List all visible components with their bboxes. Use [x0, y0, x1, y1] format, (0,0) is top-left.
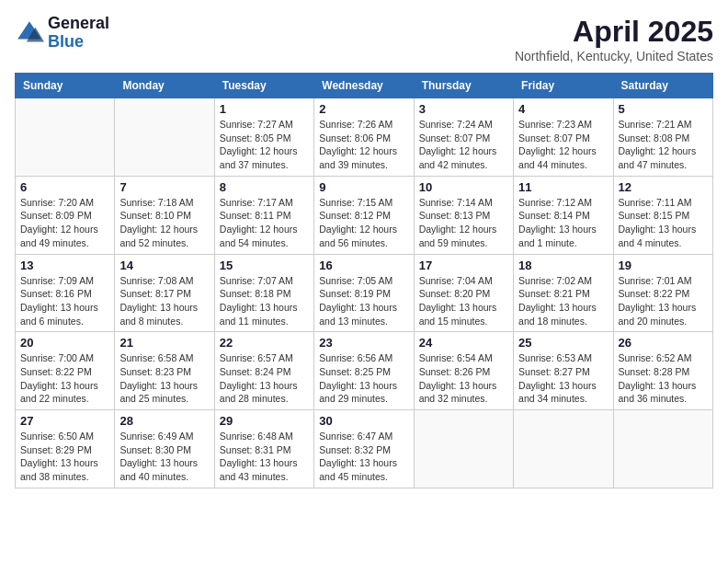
day-info: Sunrise: 7:14 AMSunset: 8:13 PMDaylight:… — [419, 196, 508, 250]
calendar-cell: 30Sunrise: 6:47 AMSunset: 8:32 PMDayligh… — [314, 410, 414, 488]
calendar-cell: 4Sunrise: 7:23 AMSunset: 8:07 PMDaylight… — [514, 98, 613, 177]
day-info: Sunrise: 7:15 AMSunset: 8:12 PMDaylight:… — [319, 196, 408, 250]
day-number: 24 — [419, 336, 508, 350]
day-number: 30 — [319, 414, 408, 428]
calendar-cell: 26Sunrise: 6:52 AMSunset: 8:28 PMDayligh… — [613, 332, 712, 410]
calendar-cell: 9Sunrise: 7:15 AMSunset: 8:12 PMDaylight… — [314, 176, 414, 254]
calendar-cell: 7Sunrise: 7:18 AMSunset: 8:10 PMDaylight… — [115, 176, 214, 254]
calendar-cell: 14Sunrise: 7:08 AMSunset: 8:17 PMDayligh… — [115, 254, 214, 332]
calendar-week-row: 1Sunrise: 7:27 AMSunset: 8:05 PMDaylight… — [16, 98, 713, 177]
day-number: 27 — [20, 414, 109, 428]
day-number: 14 — [119, 259, 209, 272]
calendar-week-row: 27Sunrise: 6:50 AMSunset: 8:29 PMDayligh… — [16, 410, 713, 488]
calendar-cell: 2Sunrise: 7:26 AMSunset: 8:06 PMDaylight… — [314, 98, 414, 177]
calendar-cell: 23Sunrise: 6:56 AMSunset: 8:25 PMDayligh… — [314, 332, 414, 410]
day-info: Sunrise: 7:02 AMSunset: 8:21 PMDaylight:… — [518, 274, 608, 328]
day-info: Sunrise: 7:18 AMSunset: 8:10 PMDaylight:… — [119, 196, 209, 250]
logo-text: General Blue — [48, 15, 109, 52]
calendar-cell: 21Sunrise: 6:58 AMSunset: 8:23 PMDayligh… — [115, 332, 214, 410]
logo-general-text: General — [48, 15, 109, 33]
day-number: 6 — [20, 180, 109, 194]
day-info: Sunrise: 6:48 AMSunset: 8:31 PMDaylight:… — [220, 430, 309, 484]
calendar-table: SundayMondayTuesdayWednesdayThursdayFrid… — [15, 73, 713, 488]
calendar-cell: 19Sunrise: 7:01 AMSunset: 8:22 PMDayligh… — [613, 254, 712, 332]
day-number: 25 — [518, 336, 608, 350]
day-info: Sunrise: 7:17 AMSunset: 8:11 PMDaylight:… — [220, 196, 309, 250]
day-number: 11 — [518, 180, 608, 194]
day-header-tuesday: Tuesday — [214, 74, 313, 98]
day-number: 8 — [220, 180, 309, 194]
day-header-saturday: Saturday — [613, 74, 712, 98]
logo-icon — [15, 18, 44, 48]
day-info: Sunrise: 7:21 AMSunset: 8:08 PMDaylight:… — [619, 118, 708, 172]
day-info: Sunrise: 7:24 AMSunset: 8:07 PMDaylight:… — [419, 118, 508, 172]
calendar-cell — [115, 98, 214, 177]
day-number: 15 — [220, 259, 309, 272]
calendar-cell: 20Sunrise: 7:00 AMSunset: 8:22 PMDayligh… — [16, 332, 115, 410]
day-number: 17 — [419, 259, 508, 272]
day-info: Sunrise: 6:58 AMSunset: 8:23 PMDaylight:… — [119, 351, 209, 406]
day-info: Sunrise: 7:04 AMSunset: 8:20 PMDaylight:… — [419, 274, 508, 328]
calendar-cell: 18Sunrise: 7:02 AMSunset: 8:21 PMDayligh… — [514, 254, 613, 332]
calendar-cell: 6Sunrise: 7:20 AMSunset: 8:09 PMDaylight… — [16, 176, 115, 254]
calendar-cell: 17Sunrise: 7:04 AMSunset: 8:20 PMDayligh… — [414, 254, 513, 332]
calendar-cell: 5Sunrise: 7:21 AMSunset: 8:08 PMDaylight… — [613, 98, 712, 177]
calendar-week-row: 20Sunrise: 7:00 AMSunset: 8:22 PMDayligh… — [16, 332, 713, 410]
day-info: Sunrise: 6:54 AMSunset: 8:26 PMDaylight:… — [419, 351, 508, 406]
calendar-cell: 25Sunrise: 6:53 AMSunset: 8:27 PMDayligh… — [514, 332, 613, 410]
calendar-cell: 10Sunrise: 7:14 AMSunset: 8:13 PMDayligh… — [414, 176, 513, 254]
day-header-monday: Monday — [115, 74, 214, 98]
day-info: Sunrise: 6:47 AMSunset: 8:32 PMDaylight:… — [319, 430, 408, 484]
month-title: April 2025 — [515, 15, 713, 49]
day-info: Sunrise: 7:05 AMSunset: 8:19 PMDaylight:… — [319, 274, 408, 328]
day-number: 1 — [220, 102, 309, 116]
calendar-week-row: 13Sunrise: 7:09 AMSunset: 8:16 PMDayligh… — [16, 254, 713, 332]
day-number: 18 — [518, 259, 608, 272]
day-number: 9 — [319, 180, 408, 194]
calendar-cell — [414, 410, 513, 488]
location-title: Northfield, Kentucky, United States — [515, 49, 713, 63]
day-info: Sunrise: 6:56 AMSunset: 8:25 PMDaylight:… — [319, 351, 408, 406]
day-info: Sunrise: 7:23 AMSunset: 8:07 PMDaylight:… — [518, 118, 608, 172]
day-info: Sunrise: 7:07 AMSunset: 8:18 PMDaylight:… — [220, 274, 309, 328]
calendar-header-row: SundayMondayTuesdayWednesdayThursdayFrid… — [16, 74, 713, 98]
calendar-cell: 12Sunrise: 7:11 AMSunset: 8:15 PMDayligh… — [613, 176, 712, 254]
day-number: 7 — [119, 180, 209, 194]
day-info: Sunrise: 7:20 AMSunset: 8:09 PMDaylight:… — [20, 196, 109, 250]
calendar-cell: 3Sunrise: 7:24 AMSunset: 8:07 PMDaylight… — [414, 98, 513, 177]
day-number: 3 — [419, 102, 508, 116]
logo-blue-text: Blue — [48, 33, 109, 52]
day-number: 13 — [20, 259, 109, 272]
calendar-cell — [613, 410, 712, 488]
calendar-cell: 15Sunrise: 7:07 AMSunset: 8:18 PMDayligh… — [214, 254, 313, 332]
day-number: 22 — [220, 336, 309, 350]
calendar-cell: 28Sunrise: 6:49 AMSunset: 8:30 PMDayligh… — [115, 410, 214, 488]
logo: General Blue — [15, 15, 109, 52]
calendar-cell: 16Sunrise: 7:05 AMSunset: 8:19 PMDayligh… — [314, 254, 414, 332]
day-info: Sunrise: 6:52 AMSunset: 8:28 PMDaylight:… — [619, 351, 708, 406]
day-header-wednesday: Wednesday — [314, 74, 414, 98]
day-info: Sunrise: 6:57 AMSunset: 8:24 PMDaylight:… — [220, 351, 309, 406]
day-info: Sunrise: 7:11 AMSunset: 8:15 PMDaylight:… — [619, 196, 708, 250]
day-number: 10 — [419, 180, 508, 194]
calendar-cell: 27Sunrise: 6:50 AMSunset: 8:29 PMDayligh… — [16, 410, 115, 488]
day-info: Sunrise: 7:00 AMSunset: 8:22 PMDaylight:… — [20, 351, 109, 406]
title-area: April 2025 Northfield, Kentucky, United … — [515, 15, 713, 63]
calendar-cell: 22Sunrise: 6:57 AMSunset: 8:24 PMDayligh… — [214, 332, 313, 410]
day-header-thursday: Thursday — [414, 74, 513, 98]
day-number: 28 — [119, 414, 209, 428]
day-info: Sunrise: 7:01 AMSunset: 8:22 PMDaylight:… — [619, 274, 708, 328]
calendar-cell: 24Sunrise: 6:54 AMSunset: 8:26 PMDayligh… — [414, 332, 513, 410]
day-header-friday: Friday — [514, 74, 613, 98]
day-number: 5 — [619, 102, 708, 116]
calendar-cell: 13Sunrise: 7:09 AMSunset: 8:16 PMDayligh… — [16, 254, 115, 332]
calendar-cell: 29Sunrise: 6:48 AMSunset: 8:31 PMDayligh… — [214, 410, 313, 488]
calendar-cell: 11Sunrise: 7:12 AMSunset: 8:14 PMDayligh… — [514, 176, 613, 254]
day-number: 12 — [619, 180, 708, 194]
calendar-cell: 1Sunrise: 7:27 AMSunset: 8:05 PMDaylight… — [214, 98, 313, 177]
day-info: Sunrise: 7:08 AMSunset: 8:17 PMDaylight:… — [119, 274, 209, 328]
day-number: 20 — [20, 336, 109, 350]
day-number: 2 — [319, 102, 408, 116]
header: General Blue April 2025 Northfield, Kent… — [15, 15, 713, 63]
calendar-cell — [514, 410, 613, 488]
